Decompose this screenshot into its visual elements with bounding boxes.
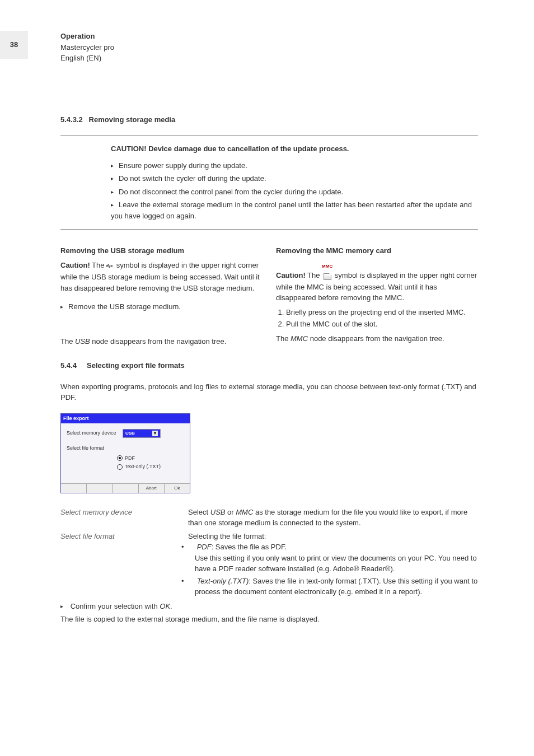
text-italic: OK [160,602,170,610]
divider [60,229,478,230]
divider [60,135,478,136]
text: or [225,508,236,516]
mmc-icon: MMC [322,260,332,282]
text-italic: USB [75,337,90,346]
def-term-file-format: Select file format [60,531,172,542]
text: The [276,334,291,343]
section-intro: When exporting programs, protocols and l… [60,381,478,403]
radio-pdf[interactable]: PDF [117,455,184,463]
text: node disappears from the navigation tree… [90,337,227,346]
caution-block: CAUTION! Device damage due to cancellati… [111,143,478,221]
header-product: Mastercycler pro [60,42,478,53]
svg-point-0 [106,265,107,267]
mmc-column: Removing the MMC memory card Caution! Th… [276,245,478,347]
text-italic: Text-only (.TXT) [197,577,249,585]
usb-heading: Removing the USB storage medium [60,245,263,256]
radio-label: PDF [125,455,135,463]
page-number: 38 [0,31,28,59]
text: : Saves the file as PDF. [212,543,287,551]
page-header: Operation Mastercycler pro English (EN) [60,31,478,64]
section-number: 5.4.4 [60,361,77,370]
text-italic: MMC [236,508,253,516]
text-italic: MMC [291,334,308,343]
mmc-note: The MMC node disappears from the navigat… [276,333,478,344]
text: The [306,270,322,279]
def-body-file-format: Selecting the file format: PDF: Saves th… [188,531,478,599]
final-step-list: Confirm your selection with OK. [60,601,478,612]
memory-device-label: Select memory device [67,430,117,437]
text: Select [188,508,210,516]
radio-txt[interactable]: Text-only (.TXT) [117,463,184,471]
chevron-down-icon: ▼ [152,431,158,436]
ok-button[interactable]: Ok [165,484,190,493]
header-lang: English (EN) [60,53,478,64]
section-title: Selecting export file formats [87,361,185,370]
caution-item: Do not disconnect the control panel from… [111,186,478,198]
dialog-title: File export [61,414,190,424]
final-step: Confirm your selection with OK. [60,601,478,612]
caution-label: Caution! [60,261,90,269]
section-5-4-4-heading: 5.4.4 Selecting export file formats [60,360,478,371]
section-title: Removing storage media [89,115,176,124]
usb-caution-text: Caution! The symbol is displayed in the … [60,260,263,294]
def-body-memory-device: Select USB or MMC as the storage medium … [188,507,478,529]
section-5-4-3-2-heading: 5.4.3.2 Removing storage media [60,114,478,125]
text: Confirm your selection with [71,602,160,610]
format-bullet-pdf: PDF: Saves the file as PDF. Use this set… [188,542,478,575]
footer-cell-empty [61,484,87,493]
mmc-step: Pull the MMC out of the slot. [286,319,478,330]
section-number: 5.4.3.2 [60,115,83,124]
text: The [90,261,106,269]
mmc-caution-text: Caution! The MMC symbol is displayed in … [276,260,478,304]
text: . [170,602,172,610]
text-italic: PDF [197,543,212,551]
text-italic: USB [210,508,226,516]
final-note: The file is copied to the external stora… [60,614,478,625]
file-export-dialog: File export Select memory device USB ▼ S… [60,413,190,493]
mmc-step: Briefly press on the projecting end of t… [286,307,478,318]
radio-icon [117,464,123,470]
memory-device-select[interactable]: USB ▼ [123,429,161,438]
text: Use this setting if you only want to pri… [195,554,477,573]
caution-item: Ensure power supply during the update. [111,160,478,171]
radio-icon [117,455,123,461]
caution-item: Leave the external storage medium in the… [111,199,478,221]
caution-list: Ensure power supply during the update. D… [111,160,478,222]
usb-step: Remove the USB storage medium. [60,301,263,312]
caution-title: CAUTION! Device damage due to cancellati… [111,143,478,155]
dialog-footer: Abort Ok [61,483,190,493]
mmc-heading: Removing the MMC memory card [276,245,478,256]
usb-steps: Remove the USB storage medium. [60,301,263,312]
file-format-label: Select file format [67,445,117,452]
select-value: USB [125,430,135,437]
usb-icon [106,261,114,272]
text: Selecting the file format: [188,531,478,542]
def-term-memory-device: Select memory device [60,507,172,518]
footer-cell-empty [113,484,138,493]
usb-note: The USB node disappears from the navigat… [60,336,263,347]
footer-cell-empty [87,484,113,493]
usb-column: Removing the USB storage medium Caution!… [60,245,263,347]
radio-label: Text-only (.TXT) [125,463,161,471]
caution-item: Do not switch the cycler off during the … [111,173,478,184]
format-bullet-txt: Text-only (.TXT): Saves the file in text… [188,576,478,598]
mmc-steps: Briefly press on the projecting end of t… [276,307,478,330]
abort-button[interactable]: Abort [139,484,165,493]
header-section: Operation [60,31,478,42]
caution-label: Caution! [276,270,306,279]
text: node disappears from the navigation tree… [308,334,444,343]
text: The [60,337,75,346]
